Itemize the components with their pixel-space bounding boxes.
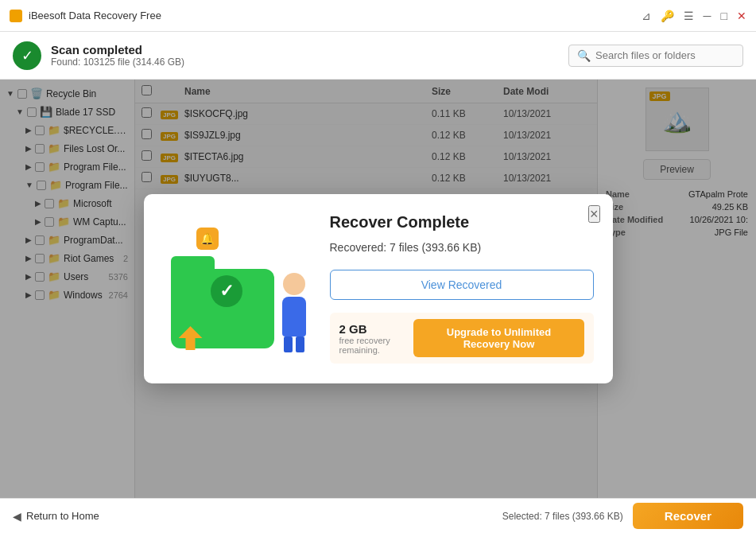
- person-body: [282, 297, 306, 337]
- free-gb-value: 2 GB: [339, 322, 414, 336]
- person-head: [283, 273, 305, 295]
- dialog-close-button[interactable]: ×: [588, 205, 600, 223]
- app-logo: [10, 10, 22, 22]
- title-bar-left: iBeesoft Data Recovery Free: [10, 10, 161, 22]
- scan-complete-icon: ✓: [13, 41, 41, 70]
- dialog-content: Recover Complete Recovered: 7 files (393…: [330, 213, 594, 364]
- dialog-title: Recover Complete: [330, 213, 594, 231]
- dialog-description: Recovered: 7 files (393.66 KB): [330, 241, 594, 254]
- notification-icon: 🔔: [196, 228, 219, 250]
- bottom-bar: ◀ Return to Home Selected: 7 files (393.…: [0, 498, 756, 533]
- scan-text: Scan completed Found: 103125 file (314.4…: [51, 43, 184, 68]
- recover-complete-dialog: × ✓ 🔔: [144, 194, 613, 383]
- upgrade-button[interactable]: Upgrade to Unlimited Recovery Now: [413, 319, 583, 357]
- main-area: ▼ 🗑️ Recycle Bin ▼ 💾 Blade 17 SSD ▶ 📁 $R…: [0, 80, 756, 498]
- return-home-button[interactable]: ◀ Return to Home: [13, 510, 99, 523]
- recover-button[interactable]: Recover: [633, 503, 743, 529]
- filter-icon[interactable]: ⊿: [642, 10, 651, 22]
- menu-icon[interactable]: ☰: [684, 10, 694, 22]
- view-recovered-button[interactable]: View Recovered: [330, 270, 594, 300]
- person-leg-left: [284, 337, 293, 352]
- back-arrow-icon: ◀: [13, 510, 21, 523]
- person-legs: [284, 337, 304, 352]
- dialog-body: ✓ 🔔 Recover Com: [163, 213, 594, 364]
- person-illustration: [282, 273, 306, 352]
- bottom-right: Selected: 7 files (393.66 KB) Recover: [502, 503, 743, 529]
- title-bar: iBeesoft Data Recovery Free ⊿ 🔑 ☰ ─ □ ✕: [0, 0, 756, 32]
- person-leg-right: [296, 337, 304, 352]
- check-circle-icon: ✓: [211, 275, 242, 307]
- free-recovery-info: 2 GB free recovery remaining.: [339, 322, 414, 355]
- key-icon[interactable]: 🔑: [661, 10, 674, 22]
- window-controls: ⊿ 🔑 ☰ ─ □ ✕: [642, 10, 746, 22]
- search-icon: 🔍: [577, 49, 591, 62]
- scan-subtitle: Found: 103125 file (314.46 GB): [51, 56, 184, 68]
- app-title: iBeesoft Data Recovery Free: [29, 10, 161, 21]
- close-icon[interactable]: ✕: [737, 10, 746, 22]
- free-gb-label: free recovery remaining.: [339, 336, 414, 355]
- scan-title: Scan completed: [51, 43, 184, 56]
- top-bar: ✓ Scan completed Found: 103125 file (314…: [0, 32, 756, 80]
- dialog-upgrade-section: 2 GB free recovery remaining. Upgrade to…: [330, 313, 594, 364]
- selected-info: Selected: 7 files (393.66 KB): [502, 511, 623, 522]
- dialog-illustration: ✓ 🔔: [163, 213, 314, 364]
- search-box[interactable]: 🔍: [568, 45, 743, 67]
- search-input[interactable]: [595, 49, 735, 61]
- minimize-icon[interactable]: ─: [704, 10, 711, 22]
- dialog-overlay: × ✓ 🔔: [0, 80, 756, 498]
- return-home-label: Return to Home: [26, 510, 99, 522]
- scan-info: ✓ Scan completed Found: 103125 file (314…: [13, 41, 184, 70]
- maximize-icon[interactable]: □: [721, 10, 727, 22]
